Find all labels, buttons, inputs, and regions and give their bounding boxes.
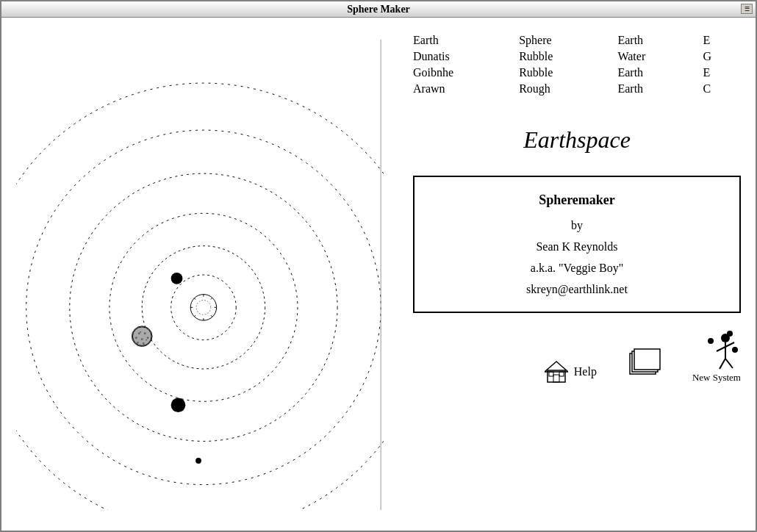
svg-point-26 bbox=[147, 337, 149, 339]
svg-line-45 bbox=[725, 342, 734, 347]
cell-terrain: Water bbox=[611, 48, 697, 65]
svg-point-50 bbox=[732, 347, 738, 353]
svg-line-44 bbox=[717, 347, 725, 351]
table-row: DunatisRubbleWaterG bbox=[413, 48, 741, 65]
new-system-icon bbox=[695, 328, 739, 372]
cell-name: Earth bbox=[413, 32, 513, 48]
svg-point-48 bbox=[708, 338, 714, 344]
svg-point-23 bbox=[144, 332, 146, 334]
cell-code: C bbox=[697, 81, 742, 97]
svg-line-46 bbox=[720, 359, 725, 369]
svg-point-25 bbox=[141, 338, 143, 340]
svg-point-30 bbox=[146, 339, 147, 341]
svg-rect-41 bbox=[634, 349, 660, 370]
cell-name: Dunatis bbox=[413, 48, 513, 65]
svg-point-21 bbox=[132, 327, 151, 346]
cell-terrain: Earth bbox=[611, 32, 697, 48]
cell-type: Rubble bbox=[513, 48, 611, 65]
table-row: ArawnRoughEarthC bbox=[413, 81, 741, 97]
cell-type: Rubble bbox=[513, 65, 611, 81]
svg-rect-37 bbox=[549, 372, 553, 376]
planet-table: EarthSphereEarthEDunatisRubbleWaterGGoib… bbox=[413, 32, 741, 97]
svg-point-24 bbox=[135, 337, 137, 339]
cell-name: Goibnhe bbox=[413, 65, 513, 81]
cell-type: Sphere bbox=[513, 32, 611, 48]
new-system-button[interactable]: New System bbox=[692, 328, 741, 384]
solar-map bbox=[16, 40, 384, 510]
manual-icon bbox=[626, 348, 663, 384]
main-window: Sphere Maker ☰ bbox=[0, 0, 757, 532]
info-aka: a.k.a. "Veggie Boy" bbox=[429, 258, 725, 279]
info-email: skreyn@earthlink.net bbox=[429, 279, 725, 301]
window-title: Sphere Maker bbox=[347, 4, 410, 15]
cell-terrain: Earth bbox=[611, 81, 697, 97]
help-button[interactable]: Help bbox=[545, 360, 597, 384]
cell-code: E bbox=[697, 32, 742, 48]
svg-point-16 bbox=[171, 273, 183, 284]
content-area: EarthSphereEarthEDunatisRubbleWaterGGoib… bbox=[1, 18, 756, 531]
info-author: Sean K Reynolds bbox=[429, 237, 725, 258]
info-box: Spheremaker by Sean K Reynolds a.k.a. "V… bbox=[413, 176, 741, 313]
solar-map-panel bbox=[1, 18, 398, 531]
window-close-button[interactable]: ☰ bbox=[741, 4, 753, 14]
svg-point-27 bbox=[137, 342, 139, 344]
svg-point-32 bbox=[195, 458, 201, 464]
table-row: GoibnheRubbleEarthE bbox=[413, 65, 741, 81]
table-row: EarthSphereEarthE bbox=[413, 32, 741, 48]
svg-point-22 bbox=[138, 332, 140, 334]
new-system-label: New System bbox=[692, 372, 741, 384]
svg-point-29 bbox=[140, 331, 141, 333]
svg-point-49 bbox=[727, 331, 733, 337]
cell-type: Rough bbox=[513, 81, 611, 97]
cell-name: Arawn bbox=[413, 81, 513, 97]
title-bar: Sphere Maker ☰ bbox=[1, 1, 756, 18]
svg-point-28 bbox=[143, 342, 145, 345]
help-icon bbox=[545, 360, 568, 384]
cell-terrain: Earth bbox=[611, 65, 697, 81]
help-label: Help bbox=[574, 365, 597, 378]
bottom-bar: Help bbox=[413, 328, 741, 384]
svg-line-47 bbox=[725, 359, 733, 368]
system-name: Earthspace bbox=[413, 126, 741, 154]
svg-rect-38 bbox=[559, 372, 564, 376]
svg-point-31 bbox=[171, 398, 186, 412]
cell-code: G bbox=[697, 48, 742, 65]
info-title: Spheremaker bbox=[429, 188, 725, 212]
svg-rect-36 bbox=[553, 375, 559, 382]
cell-code: E bbox=[697, 65, 742, 81]
info-by: by bbox=[429, 215, 725, 237]
right-panel: EarthSphereEarthEDunatisRubbleWaterGGoib… bbox=[398, 18, 756, 531]
